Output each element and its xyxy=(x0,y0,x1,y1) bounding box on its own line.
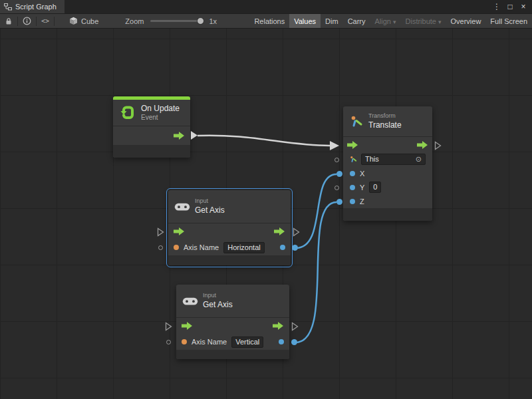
x-port-dot[interactable] xyxy=(350,171,355,176)
result-connector[interactable] xyxy=(291,339,297,345)
axis-name-connector[interactable] xyxy=(166,340,171,344)
value-wire-horizontal-to-x[interactable] xyxy=(296,174,336,248)
axis-name-connector[interactable] xyxy=(158,245,163,250)
zoom-value: 1x xyxy=(209,17,217,25)
x-port-connector[interactable] xyxy=(336,171,342,177)
flow-output-connector-triangle[interactable] xyxy=(293,227,300,237)
node-header: On Update Event xyxy=(113,100,190,126)
axis-name-port-dot[interactable] xyxy=(182,339,187,344)
flow-input-arrow-icon[interactable] xyxy=(182,322,193,330)
flow-row xyxy=(176,318,289,334)
result-connector[interactable] xyxy=(292,245,298,251)
full-screen-button[interactable]: Full Screen xyxy=(485,14,532,28)
toolbar-buttons: Relations Values Dim Carry Align ▾ Distr… xyxy=(249,14,532,28)
gamepad-icon xyxy=(182,297,198,306)
node-title: Get Axis xyxy=(203,300,233,310)
node-category: Input xyxy=(203,292,233,299)
flow-row xyxy=(343,137,432,152)
dim-button[interactable]: Dim xyxy=(321,14,343,28)
chevron-down-icon: ▾ xyxy=(438,19,442,25)
graph-owner-label: Cube xyxy=(81,17,98,25)
node-translate[interactable]: Transform Translate This ⊙ xyxy=(343,106,432,221)
flow-input-connector-triangle[interactable] xyxy=(165,322,172,331)
value-row: Axis Name Horizontal xyxy=(168,239,291,255)
flow-input-arrow-icon[interactable] xyxy=(174,227,185,235)
port-row-y: Y 0 xyxy=(343,180,432,194)
node-category: Input xyxy=(195,198,225,205)
transform-mini-icon xyxy=(350,156,357,163)
graph-canvas[interactable]: On Update Event Transform Translate xyxy=(0,29,532,399)
target-port-connector[interactable] xyxy=(334,158,339,162)
y-value-field[interactable]: 0 xyxy=(369,182,381,193)
transform-icon xyxy=(349,114,364,129)
graph-owner-button[interactable]: Cube xyxy=(65,14,102,28)
maximize-icon[interactable]: □ xyxy=(504,1,516,13)
graph-toolbar: <> Cube Zoom 1x Relations Values Dim Car… xyxy=(0,13,532,29)
axis-name-field[interactable]: Vertical xyxy=(231,336,263,348)
z-port-connector[interactable] xyxy=(336,199,342,205)
axis-name-field[interactable]: Horizontal xyxy=(223,242,265,253)
target-object-dropdown[interactable]: This ⊙ xyxy=(361,154,426,165)
flow-output-arrow-icon[interactable] xyxy=(274,227,285,235)
node-footer xyxy=(113,145,190,158)
value-row: Axis Name Vertical xyxy=(176,334,289,350)
y-port-dot[interactable] xyxy=(350,185,355,190)
overview-button[interactable]: Overview xyxy=(446,14,486,28)
node-footer xyxy=(343,208,432,221)
gamepad-icon xyxy=(174,202,190,211)
z-port-label: Z xyxy=(360,198,364,205)
z-port-dot[interactable] xyxy=(350,199,355,204)
tab-script-graph[interactable]: Script Graph xyxy=(0,0,65,13)
update-loop-icon xyxy=(119,104,136,122)
value-wire-vertical-to-z[interactable] xyxy=(295,202,336,342)
title-bar: Script Graph ⋮ □ × xyxy=(0,0,532,13)
target-row: This ⊙ xyxy=(343,152,432,166)
flow-row xyxy=(113,126,190,145)
result-port-dot[interactable] xyxy=(279,339,284,344)
flow-row xyxy=(168,223,291,239)
node-title: Get Axis xyxy=(195,205,225,215)
port-row-z: Z xyxy=(343,194,432,208)
preview-code-button[interactable]: <> xyxy=(37,14,54,28)
flow-wire-arrowhead xyxy=(330,141,339,150)
flow-wire-onupdate-translate[interactable] xyxy=(198,136,330,146)
flow-input-connector-triangle[interactable] xyxy=(157,227,164,237)
menu-icon[interactable]: ⋮ xyxy=(491,1,503,13)
flow-output-arrow-icon[interactable] xyxy=(174,132,185,140)
zoom-label: Zoom xyxy=(125,17,144,25)
info-button[interactable] xyxy=(18,14,36,28)
port-row-x: X xyxy=(343,166,432,180)
node-on-update[interactable]: On Update Event xyxy=(113,96,190,158)
zoom-slider[interactable] xyxy=(150,20,202,22)
zoom-slider-handle[interactable] xyxy=(197,17,204,25)
carry-button[interactable]: Carry xyxy=(343,14,370,28)
flow-output-connector-triangle[interactable] xyxy=(434,141,442,150)
info-icon xyxy=(23,17,31,25)
script-graph-icon xyxy=(4,3,12,11)
close-icon[interactable]: × xyxy=(517,1,529,13)
flow-output-arrow-icon[interactable] xyxy=(273,322,284,330)
y-port-connector[interactable] xyxy=(334,186,339,190)
tab-title: Script Graph xyxy=(15,3,57,11)
distribute-button[interactable]: Distribute ▾ xyxy=(401,14,446,28)
node-category: Transform xyxy=(368,112,402,120)
flow-input-arrow-icon[interactable] xyxy=(347,141,358,149)
chevron-down-icon: ▾ xyxy=(393,19,396,25)
values-button[interactable]: Values xyxy=(289,14,321,28)
flow-output-connector[interactable] xyxy=(190,130,198,140)
lock-button[interactable] xyxy=(0,14,17,28)
node-header: Transform Translate xyxy=(343,106,432,137)
node-subtitle: Event xyxy=(141,114,180,122)
lock-icon xyxy=(5,17,13,25)
align-button[interactable]: Align ▾ xyxy=(370,14,401,28)
node-get-axis-horizontal[interactable]: Input Get Axis Axis Name Horizontal xyxy=(168,190,291,265)
node-header: Input Get Axis xyxy=(176,285,289,318)
axis-name-port-dot[interactable] xyxy=(174,245,179,250)
node-footer xyxy=(168,255,291,265)
object-picker-icon[interactable]: ⊙ xyxy=(416,155,422,164)
node-get-axis-vertical[interactable]: Input Get Axis Axis Name Vertical xyxy=(176,285,289,359)
flow-output-arrow-icon[interactable] xyxy=(417,141,428,149)
flow-output-connector-triangle[interactable] xyxy=(291,322,299,331)
result-port-dot[interactable] xyxy=(280,245,285,250)
relations-button[interactable]: Relations xyxy=(249,14,289,28)
